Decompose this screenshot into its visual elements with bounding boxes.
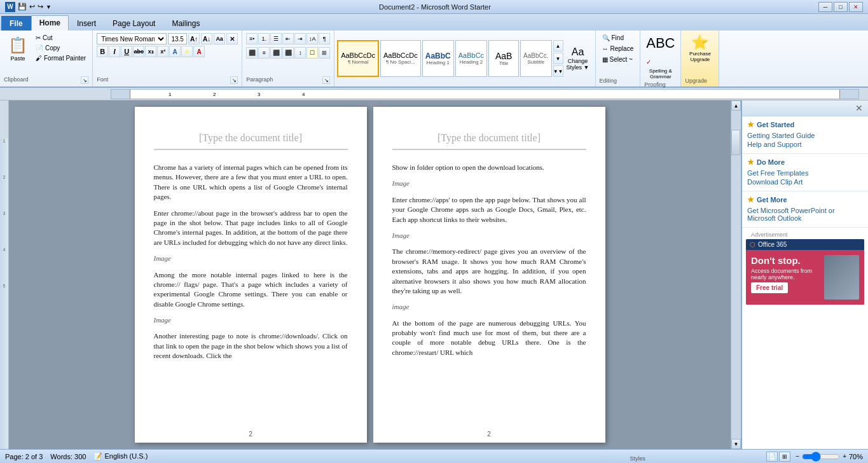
styles-scroll-down[interactable]: ▼	[553, 53, 563, 64]
style-normal[interactable]: AaBbCcDc ¶ Normal	[337, 40, 379, 77]
ad-description: Access documents from nearly anywhere.	[751, 268, 822, 280]
zoom-out-button[interactable]: −	[796, 453, 799, 460]
tab-page-layout[interactable]: Page Layout	[104, 16, 163, 31]
scroll-down-button[interactable]: ▼	[731, 439, 741, 449]
format-painter-button[interactable]: 🖌 Format Painter	[33, 53, 88, 63]
styles-scroll-more[interactable]: ▼▼	[553, 66, 563, 77]
quick-access-undo[interactable]: ↩	[29, 3, 35, 11]
purchase-upgrade-button[interactable]: ⭐ PurchaseUpgrade	[688, 33, 712, 64]
italic-button[interactable]: I	[109, 46, 120, 57]
bold-button[interactable]: B	[97, 46, 108, 57]
v-ruler-mark-2: 2	[0, 175, 8, 179]
page-left[interactable]: [Type the document title] Chrome has a v…	[135, 107, 367, 443]
font-color-button[interactable]: A	[193, 46, 205, 57]
multilevel-button[interactable]: ☰	[270, 33, 282, 45]
bullets-button[interactable]: ≡•	[246, 33, 258, 45]
para-row1: ≡• 1. ☰ ⇤ ⇥ ↕A ¶	[246, 33, 330, 45]
zoom-control[interactable]: − + 70%	[796, 453, 863, 460]
clipboard-expand[interactable]: ↘	[81, 76, 88, 84]
page-right[interactable]: [Type the document title] Show in folder…	[373, 107, 605, 443]
find-button[interactable]: 🔍 Find	[600, 33, 626, 43]
get-powerpoint-link[interactable]: Get Microsoft PowerPoint or Microsoft Ou…	[747, 207, 863, 222]
style-no-spacing[interactable]: AaBbCcDc ¶ No Spaci...	[380, 40, 421, 77]
getting-started-guide-link[interactable]: Getting Started Guide	[747, 132, 863, 139]
download-clip-art-link[interactable]: Download Clip Art	[747, 178, 863, 186]
clear-format-button[interactable]: ✕	[226, 33, 238, 45]
vertical-scrollbar[interactable]: ▲ ▼	[731, 100, 741, 449]
copy-button[interactable]: 📄 Copy	[33, 43, 88, 53]
select-label: Select ~	[610, 56, 633, 63]
right-panel-close[interactable]: ✕	[855, 103, 863, 113]
quick-access-dropdown[interactable]: ▼	[46, 4, 52, 10]
highlight-button[interactable]: A	[181, 46, 193, 57]
style-heading1[interactable]: AaBbC Heading 1	[422, 40, 454, 77]
style-heading1-label: Heading 1	[427, 60, 450, 66]
quick-access-save[interactable]: 💾	[18, 3, 27, 11]
font-name-select[interactable]: Times New Roman	[97, 33, 167, 45]
quick-access-redo[interactable]: ↪	[38, 3, 43, 11]
font-expand[interactable]: ↘	[230, 76, 238, 84]
increase-indent-button[interactable]: ⇥	[294, 33, 306, 45]
scroll-thumb[interactable]	[731, 130, 740, 155]
minimize-button[interactable]: ─	[818, 2, 832, 12]
language-label: English (U.S.)	[104, 452, 148, 460]
tab-insert[interactable]: Insert	[69, 16, 104, 31]
style-subtitle[interactable]: AaBbCc. Subtitle	[520, 40, 551, 77]
font-decrease-button[interactable]: A↓	[201, 33, 212, 45]
get-started-star: ★	[747, 120, 754, 129]
word-count: Words: 300	[50, 453, 86, 460]
free-templates-link[interactable]: Get Free Templates	[747, 169, 863, 177]
para-expand[interactable]: ↘	[322, 76, 330, 84]
page1-para4: Another interesting page to note is chro…	[154, 331, 348, 361]
align-right-button[interactable]: ⬛	[270, 47, 282, 59]
full-screen-button[interactable]: ⊞	[779, 452, 790, 462]
show-marks-button[interactable]: ¶	[319, 33, 330, 45]
paste-button[interactable]: 📋 Paste	[4, 33, 32, 64]
ad-free-trial-button[interactable]: Free trial	[751, 282, 788, 293]
select-button[interactable]: ▦ Select ~	[600, 55, 635, 64]
underline-button[interactable]: U	[121, 46, 132, 57]
tab-mailings[interactable]: Mailings	[163, 16, 208, 31]
text-effect-button[interactable]: A	[169, 46, 181, 57]
cut-button[interactable]: ✂ Cut	[33, 33, 88, 43]
window-controls[interactable]: ─ □ ✕	[818, 2, 863, 12]
style-heading2[interactable]: AaBbCc Heading 2	[455, 40, 487, 77]
font-increase-button[interactable]: A↑	[188, 33, 200, 45]
numbering-button[interactable]: 1.	[258, 33, 270, 45]
help-support-link[interactable]: Help and Support	[747, 141, 863, 148]
justify-button[interactable]: ⬛	[282, 47, 294, 59]
align-center-button[interactable]: ≡	[258, 47, 270, 59]
scroll-track[interactable]	[731, 111, 741, 439]
change-styles-button[interactable]: Aa ChangeStyles ▼	[563, 45, 593, 73]
zoom-in-button[interactable]: +	[843, 453, 846, 460]
style-title[interactable]: AaB Title	[488, 40, 519, 77]
spelling-button[interactable]: ABC✓ Spelling &Grammar	[644, 33, 677, 81]
language-status: 📝 English (U.S.)	[93, 452, 148, 460]
font-size-input[interactable]	[168, 33, 187, 45]
superscript-button[interactable]: x²	[157, 46, 169, 57]
shading-button[interactable]: ☐	[307, 47, 318, 59]
do-more-section: ★ Do More Get Free Templates Download Cl…	[742, 154, 868, 191]
clipboard-group-label: Clipboard	[4, 76, 29, 84]
replace-button[interactable]: ↔ Replace	[600, 44, 637, 53]
borders-button[interactable]: ⊞	[319, 47, 330, 59]
line-spacing-button[interactable]: ↕	[294, 47, 306, 59]
tab-home[interactable]: Home	[31, 15, 69, 31]
maximize-button[interactable]: □	[834, 2, 848, 12]
document-area[interactable]: [Type the document title] Chrome has a v…	[9, 100, 731, 449]
align-left-button[interactable]: ⬛	[246, 47, 258, 59]
styles-scroll-up[interactable]: ▲	[553, 40, 563, 52]
zoom-slider[interactable]	[802, 453, 840, 460]
tab-file[interactable]: File	[1, 16, 31, 31]
page2-image2: Image	[392, 231, 586, 240]
decrease-indent-button[interactable]: ⇤	[282, 33, 294, 45]
font-case-button[interactable]: Aa	[214, 33, 225, 45]
scroll-up-button[interactable]: ▲	[731, 100, 741, 111]
print-layout-button[interactable]: 📄	[766, 452, 778, 462]
ad-logo-text: Office 365	[758, 241, 787, 248]
subscript-button[interactable]: x₂	[145, 46, 156, 57]
strikethrough-button[interactable]: abc	[133, 46, 144, 57]
close-button[interactable]: ✕	[849, 2, 863, 12]
style-subtitle-text: AaBbCc.	[523, 53, 548, 59]
sort-button[interactable]: ↕A	[307, 33, 318, 45]
